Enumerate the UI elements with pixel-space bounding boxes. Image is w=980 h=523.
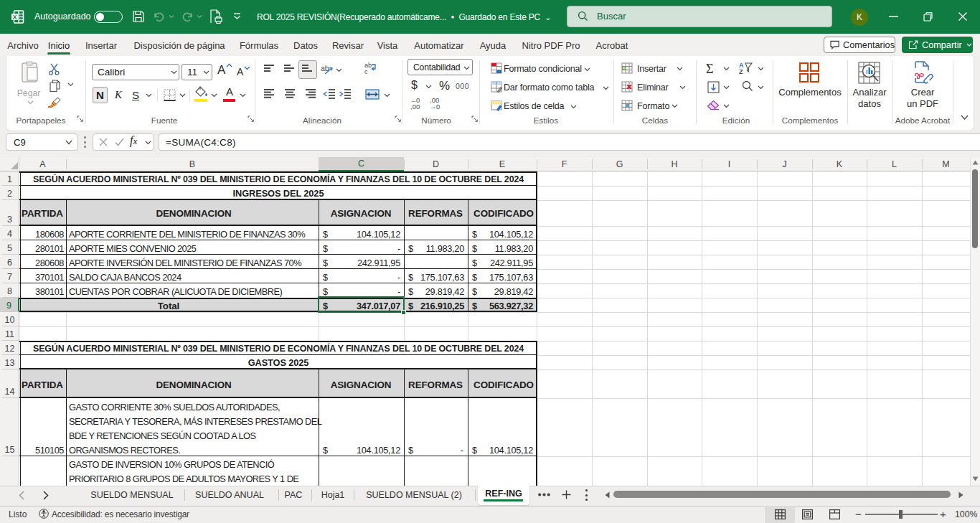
svg-text:Z: Z xyxy=(739,68,743,75)
svg-text:,00: ,00 xyxy=(410,103,420,110)
svg-text:0: 0 xyxy=(436,103,440,110)
svg-text:c: c xyxy=(364,68,368,75)
svg-text:X: X xyxy=(12,14,17,21)
